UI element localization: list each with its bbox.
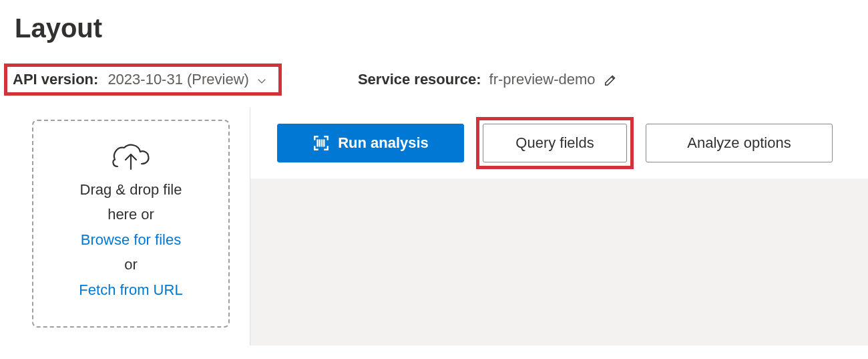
service-resource-row: Service resource: fr-preview-demo (358, 71, 618, 88)
browse-files-link[interactable]: Browse for files (43, 227, 219, 252)
api-version-label: API version: (13, 71, 98, 88)
chevron-down-icon (256, 74, 268, 86)
main-panel: Run analysis Query fields Analyze option… (250, 108, 868, 346)
content-row: Drag & drop file here or Browse for file… (0, 108, 868, 346)
fetch-from-url-link[interactable]: Fetch from URL (43, 277, 219, 302)
dropzone-text-2: here or (43, 202, 219, 227)
page-title: Layout (15, 13, 868, 43)
toolbar: Run analysis Query fields Analyze option… (250, 108, 868, 178)
query-fields-highlight: Query fields (476, 117, 634, 169)
service-resource-label: Service resource: (358, 71, 481, 88)
file-dropzone[interactable]: Drag & drop file here or Browse for file… (32, 120, 230, 328)
pencil-icon[interactable] (604, 72, 618, 87)
service-resource-value: fr-preview-demo (489, 71, 596, 88)
info-bar: API version: 2023-10-31 (Preview) Servic… (0, 64, 868, 108)
analyze-options-label: Analyze options (687, 134, 791, 152)
api-version-dropdown[interactable]: API version: 2023-10-31 (Preview) (4, 64, 282, 96)
document-canvas (250, 178, 868, 346)
query-fields-label: Query fields (515, 134, 594, 152)
run-analysis-label: Run analysis (338, 134, 429, 152)
cloud-upload-icon (110, 140, 152, 172)
analyze-options-button[interactable]: Analyze options (646, 124, 833, 162)
scan-icon (312, 134, 330, 152)
api-version-value: 2023-10-31 (Preview) (107, 71, 249, 88)
file-panel: Drag & drop file here or Browse for file… (0, 108, 250, 346)
dropzone-or-text: or (43, 252, 219, 277)
query-fields-button[interactable]: Query fields (483, 124, 627, 162)
run-analysis-button[interactable]: Run analysis (277, 124, 464, 162)
dropzone-text-1: Drag & drop file (43, 177, 219, 202)
